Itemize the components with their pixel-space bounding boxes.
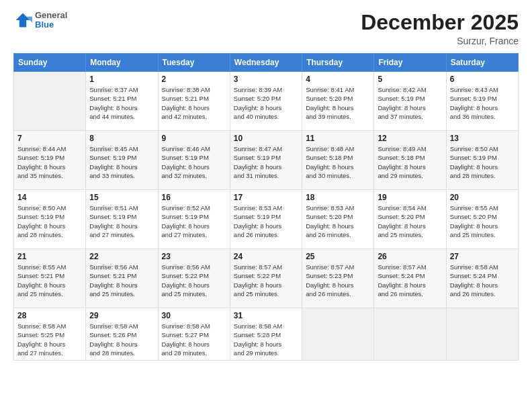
day-cell: 24Sunrise: 8:57 AM Sunset: 5:22 PM Dayli… [230,249,302,308]
day-info: Sunrise: 8:55 AM Sunset: 5:21 PM Dayligh… [17,263,82,298]
day-info: Sunrise: 8:54 AM Sunset: 5:20 PM Dayligh… [378,203,442,239]
day-info: Sunrise: 8:50 AM Sunset: 5:19 PM Dayligh… [450,144,515,180]
calendar-header: SundayMondayTuesdayWednesdayThursdayFrid… [14,54,519,72]
day-number: 7 [17,134,82,143]
svg-marker-0 [16,13,30,28]
day-number: 5 [378,75,442,84]
header-day-friday: Friday [374,54,446,72]
header-day-monday: Monday [86,54,158,72]
day-cell: 15Sunrise: 8:51 AM Sunset: 5:19 PM Dayli… [86,190,158,249]
day-number: 10 [234,134,298,143]
day-number: 14 [17,193,82,202]
day-number: 22 [89,252,154,261]
day-cell: 1Sunrise: 8:37 AM Sunset: 5:21 PM Daylig… [86,72,158,131]
day-cell: 11Sunrise: 8:48 AM Sunset: 5:18 PM Dayli… [302,131,374,190]
day-number: 27 [450,252,515,261]
day-cell: 9Sunrise: 8:46 AM Sunset: 5:19 PM Daylig… [158,131,230,190]
day-info: Sunrise: 8:57 AM Sunset: 5:24 PM Dayligh… [378,263,442,298]
calendar-body: 1Sunrise: 8:37 AM Sunset: 5:21 PM Daylig… [14,72,519,361]
day-number: 28 [17,311,82,320]
day-cell: 18Sunrise: 8:53 AM Sunset: 5:20 PM Dayli… [302,190,374,249]
day-cell: 16Sunrise: 8:52 AM Sunset: 5:19 PM Dayli… [158,190,230,249]
day-number: 12 [378,134,442,143]
day-info: Sunrise: 8:43 AM Sunset: 5:19 PM Dayligh… [450,85,515,121]
day-cell: 3Sunrise: 8:39 AM Sunset: 5:20 PM Daylig… [230,72,302,131]
day-cell: 25Sunrise: 8:57 AM Sunset: 5:23 PM Dayli… [302,249,374,308]
day-number: 3 [234,75,298,84]
day-info: Sunrise: 8:56 AM Sunset: 5:21 PM Dayligh… [89,263,154,298]
day-cell: 23Sunrise: 8:56 AM Sunset: 5:22 PM Dayli… [158,249,230,308]
day-number: 20 [450,193,515,202]
day-info: Sunrise: 8:53 AM Sunset: 5:19 PM Dayligh… [234,203,298,239]
day-cell: 20Sunrise: 8:55 AM Sunset: 5:20 PM Dayli… [446,190,518,249]
month-title: December 2025 [361,11,519,34]
day-info: Sunrise: 8:57 AM Sunset: 5:23 PM Dayligh… [306,263,370,298]
week-row-2: 14Sunrise: 8:50 AM Sunset: 5:19 PM Dayli… [14,190,519,249]
title-section: December 2025 Surzur, France [361,11,519,46]
day-cell [302,308,374,361]
page: General Blue December 2025 Surzur, Franc… [0,0,532,411]
header-day-saturday: Saturday [446,54,518,72]
day-number: 26 [378,252,442,261]
header-day-wednesday: Wednesday [230,54,302,72]
day-cell: 21Sunrise: 8:55 AM Sunset: 5:21 PM Dayli… [14,249,86,308]
header-day-sunday: Sunday [14,54,86,72]
day-info: Sunrise: 8:58 AM Sunset: 5:24 PM Dayligh… [450,263,515,298]
day-cell [446,308,518,361]
day-info: Sunrise: 8:50 AM Sunset: 5:19 PM Dayligh… [17,203,82,239]
day-number: 4 [306,75,370,84]
day-number: 9 [162,134,226,143]
header-row: SundayMondayTuesdayWednesdayThursdayFrid… [14,54,519,72]
day-info: Sunrise: 8:44 AM Sunset: 5:19 PM Dayligh… [17,144,82,180]
week-row-3: 21Sunrise: 8:55 AM Sunset: 5:21 PM Dayli… [14,249,519,308]
day-cell: 29Sunrise: 8:58 AM Sunset: 5:26 PM Dayli… [86,308,158,361]
day-number: 2 [162,75,226,84]
day-cell: 31Sunrise: 8:58 AM Sunset: 5:28 PM Dayli… [230,308,302,361]
day-cell: 8Sunrise: 8:45 AM Sunset: 5:19 PM Daylig… [86,131,158,190]
calendar-table: SundayMondayTuesdayWednesdayThursdayFrid… [13,53,519,361]
day-cell: 17Sunrise: 8:53 AM Sunset: 5:19 PM Dayli… [230,190,302,249]
logo: General Blue [13,11,67,30]
day-info: Sunrise: 8:58 AM Sunset: 5:27 PM Dayligh… [162,322,226,357]
week-row-0: 1Sunrise: 8:37 AM Sunset: 5:21 PM Daylig… [14,72,519,131]
day-info: Sunrise: 8:47 AM Sunset: 5:19 PM Dayligh… [234,144,298,180]
location: Surzur, France [361,36,519,46]
day-info: Sunrise: 8:56 AM Sunset: 5:22 PM Dayligh… [162,263,226,298]
logo-general-text: General [35,11,67,20]
day-info: Sunrise: 8:58 AM Sunset: 5:25 PM Dayligh… [17,322,82,357]
day-cell [14,72,86,131]
day-info: Sunrise: 8:41 AM Sunset: 5:20 PM Dayligh… [306,85,370,121]
day-cell: 22Sunrise: 8:56 AM Sunset: 5:21 PM Dayli… [86,249,158,308]
day-info: Sunrise: 8:58 AM Sunset: 5:26 PM Dayligh… [89,322,154,357]
day-number: 13 [450,134,515,143]
day-cell: 28Sunrise: 8:58 AM Sunset: 5:25 PM Dayli… [14,308,86,361]
day-info: Sunrise: 8:55 AM Sunset: 5:20 PM Dayligh… [450,203,515,239]
day-info: Sunrise: 8:53 AM Sunset: 5:20 PM Dayligh… [306,203,370,239]
day-cell: 26Sunrise: 8:57 AM Sunset: 5:24 PM Dayli… [374,249,446,308]
logo-icon [13,11,32,30]
day-number: 6 [450,75,515,84]
day-info: Sunrise: 8:51 AM Sunset: 5:19 PM Dayligh… [89,203,154,239]
header-day-tuesday: Tuesday [158,54,230,72]
day-number: 19 [378,193,442,202]
day-info: Sunrise: 8:42 AM Sunset: 5:19 PM Dayligh… [378,85,442,121]
logo-text: General Blue [35,11,67,30]
day-number: 16 [162,193,226,202]
day-number: 24 [234,252,298,261]
day-cell: 4Sunrise: 8:41 AM Sunset: 5:20 PM Daylig… [302,72,374,131]
day-info: Sunrise: 8:38 AM Sunset: 5:21 PM Dayligh… [162,85,226,121]
day-info: Sunrise: 8:39 AM Sunset: 5:20 PM Dayligh… [234,85,298,121]
day-info: Sunrise: 8:57 AM Sunset: 5:22 PM Dayligh… [234,263,298,298]
day-cell: 27Sunrise: 8:58 AM Sunset: 5:24 PM Dayli… [446,249,518,308]
day-info: Sunrise: 8:37 AM Sunset: 5:21 PM Dayligh… [89,85,154,121]
day-info: Sunrise: 8:46 AM Sunset: 5:19 PM Dayligh… [162,144,226,180]
day-number: 21 [17,252,82,261]
day-number: 1 [89,75,154,84]
day-cell: 5Sunrise: 8:42 AM Sunset: 5:19 PM Daylig… [374,72,446,131]
day-cell: 30Sunrise: 8:58 AM Sunset: 5:27 PM Dayli… [158,308,230,361]
day-number: 8 [89,134,154,143]
day-number: 29 [89,311,154,320]
day-number: 15 [89,193,154,202]
day-cell: 6Sunrise: 8:43 AM Sunset: 5:19 PM Daylig… [446,72,518,131]
day-number: 30 [162,311,226,320]
